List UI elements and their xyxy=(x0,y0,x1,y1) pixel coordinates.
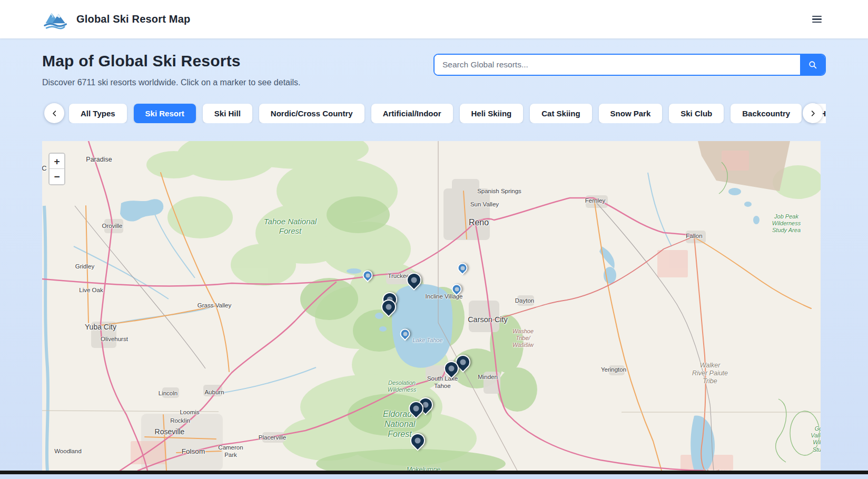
map-label: CameronPark xyxy=(218,444,243,459)
filter-chip-heli-skiing[interactable]: Heli Skiing xyxy=(460,104,524,123)
scroll-left-button[interactable] xyxy=(44,103,64,123)
map-label: Minden xyxy=(478,374,498,381)
filter-chip-backcountry[interactable]: Backcountry xyxy=(731,104,802,123)
footer-strip xyxy=(0,471,868,474)
filter-chip-snow-park[interactable]: Snow Park xyxy=(599,104,663,123)
filter-chip-all-types[interactable]: All Types xyxy=(69,104,127,123)
zoom-out-button[interactable]: − xyxy=(50,169,64,184)
filter-chip-cat-skiing[interactable]: Cat Skiing xyxy=(530,104,591,123)
map-label: WashoeTribe/Wašišiw xyxy=(512,328,534,349)
map-label: Mokelumne xyxy=(407,466,441,471)
scroll-right-button[interactable] xyxy=(803,103,823,123)
resort-marker[interactable] xyxy=(409,401,423,416)
map-label: Spanish Springs xyxy=(477,188,521,195)
filter-bar: All TypesSki ResortSki HillNordic/Cross … xyxy=(42,103,826,123)
map-label: Rocklin xyxy=(170,417,190,425)
map-label: Hawthorne xyxy=(704,468,734,471)
map-label: Loomis xyxy=(180,409,199,416)
map-label: Fernley xyxy=(585,197,605,205)
map-label: C xyxy=(42,164,47,173)
filter-chips: All TypesSki ResortSki HillNordic/Cross … xyxy=(42,103,826,123)
map-label: Paradise xyxy=(86,156,112,164)
hero-section: Map of Global Ski Resorts Discover 6711 … xyxy=(0,38,868,87)
chevron-right-icon xyxy=(809,109,817,117)
map-label: Sun Valley xyxy=(470,201,499,208)
map-label: Oroville xyxy=(102,223,123,230)
app-title: Global Ski Resort Map xyxy=(76,13,190,25)
map-label: Live Oak xyxy=(79,287,103,294)
filter-chip-nordic-cross-country[interactable]: Nordic/Cross Country xyxy=(259,104,364,123)
map-label: South LakeTahoe xyxy=(427,375,458,390)
map-zoom-control: + − xyxy=(48,153,65,185)
resort-marker[interactable] xyxy=(381,300,396,314)
zoom-in-button[interactable]: + xyxy=(50,154,64,169)
map-label: Auburn xyxy=(204,389,224,396)
map-label: Reno xyxy=(469,217,489,227)
map-overlay: ParadiseCOrovilleGridleyLive OakYuba Cit… xyxy=(42,141,821,471)
map-label: Carson City xyxy=(468,315,508,324)
resort-marker[interactable] xyxy=(363,271,373,281)
map-label: Gridley xyxy=(75,263,94,271)
map-label: Yuba City xyxy=(85,323,116,332)
map-label: Tahoe NationalForest xyxy=(264,217,317,236)
map-label: Grass Valley xyxy=(198,302,231,310)
search-button[interactable] xyxy=(800,55,825,75)
search-input[interactable] xyxy=(435,55,800,75)
map-label: Job PeakWildernessStudy Area xyxy=(772,213,801,234)
map-label: Fallon xyxy=(686,233,702,240)
resort-marker[interactable] xyxy=(452,284,462,294)
resort-marker[interactable] xyxy=(407,273,421,287)
map-label: GoValleyWildStud xyxy=(811,425,821,453)
menu-button[interactable] xyxy=(808,12,826,27)
mountain-logo-icon xyxy=(42,9,70,30)
filter-chip-ski-hill[interactable]: Ski Hill xyxy=(203,104,252,123)
map-label: Folsom xyxy=(182,447,205,456)
filter-chip-ski-club[interactable]: Ski Club xyxy=(669,104,724,123)
resort-marker[interactable] xyxy=(410,433,425,448)
filter-chip-ski-resort[interactable]: Ski Resort xyxy=(134,104,196,123)
map-label: Placerville xyxy=(259,434,286,442)
filter-chip-artificial-indoor[interactable]: Artificial/Indoor xyxy=(371,104,453,123)
resort-marker[interactable] xyxy=(458,263,468,273)
resort-marker[interactable] xyxy=(400,329,410,339)
page-subtitle: Discover 6711 ski resorts worldwide. Cli… xyxy=(42,78,301,87)
map[interactable]: ParadiseCOrovilleGridleyLive OakYuba Cit… xyxy=(42,141,821,471)
search-icon xyxy=(808,60,817,69)
map-label: Lake Tahoe xyxy=(412,337,442,344)
app-header: Global Ski Resort Map xyxy=(0,0,868,38)
map-label: Roseville xyxy=(155,427,185,436)
map-label: WalkerRiver PaiuteTribe xyxy=(692,362,728,385)
resort-marker[interactable] xyxy=(444,361,459,376)
map-label: Lincoln xyxy=(159,390,177,397)
map-label: Olivehurst xyxy=(101,336,128,343)
page-title: Map of Global Ski Resorts xyxy=(42,52,301,70)
hamburger-icon xyxy=(812,16,822,17)
map-label: Yerington xyxy=(601,366,626,374)
map-label: Woodland xyxy=(54,448,82,455)
map-label: Dayton xyxy=(515,297,534,305)
map-label: DesolationWilderness xyxy=(388,380,416,393)
brand: Global Ski Resort Map xyxy=(42,9,190,30)
search-bar xyxy=(433,54,826,76)
chevron-left-icon xyxy=(51,109,58,117)
